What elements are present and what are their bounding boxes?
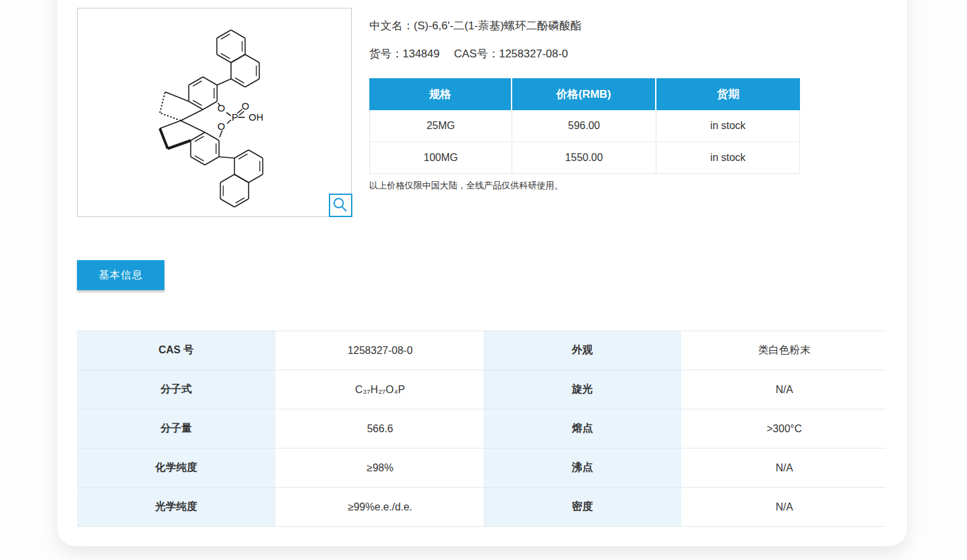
detail-value: >300°C: [683, 409, 886, 449]
atom-label-o-bottom: O: [217, 121, 225, 132]
detail-row: 分子式 C₃₇H₂₇O₄P 旋光 N/A: [77, 370, 886, 409]
detail-label: 分子式: [77, 370, 277, 409]
detail-label: 光学纯度: [77, 488, 277, 527]
price-stock-cell: in stock: [656, 142, 800, 174]
price-header-price: 价格(RMB): [512, 78, 656, 110]
detail-label: 沸点: [484, 449, 683, 488]
detail-row: 光学纯度 ≥99%e.e./d.e. 密度 N/A: [77, 488, 886, 527]
magnifier-icon: [331, 196, 350, 215]
price-header-availability: 货期: [656, 78, 800, 110]
price-header-spec: 规格: [369, 78, 512, 110]
detail-label: 分子量: [77, 409, 277, 449]
product-header: 中文名：(S)-6,6'-二(1-萘基)螺环二酚磷酸酯 货号：134849CAS…: [369, 18, 581, 61]
detail-row: CAS 号 1258327-08-0 外观 类白色粉末: [77, 331, 886, 370]
detail-value: ≥98%: [277, 449, 484, 488]
sku-label: 货号：: [369, 48, 403, 60]
cas-value: 1258327-08-0: [499, 48, 568, 60]
detail-label: 外观: [484, 331, 683, 370]
product-image-box: O O P O OH: [77, 8, 352, 217]
price-header-row: 规格 价格(RMB) 货期: [369, 78, 800, 110]
detail-value: 566.6: [277, 409, 484, 449]
atom-label-p: P: [232, 111, 238, 123]
cas-label: CAS号：: [454, 48, 499, 60]
price-row: 25MG 596.00 in stock: [369, 110, 800, 142]
details-table: CAS 号 1258327-08-0 外观 类白色粉末 分子式 C₃₇H₂₇O₄…: [77, 331, 886, 527]
price-spec-cell: 25MG: [369, 110, 512, 142]
atom-label-oh: OH: [249, 111, 264, 123]
detail-value: N/A: [683, 370, 886, 409]
detail-value: 1258327-08-0: [277, 331, 484, 370]
sku-value: 134849: [403, 48, 440, 60]
product-name-label: 中文名：: [369, 20, 414, 32]
product-id-line: 货号：134849CAS号：1258327-08-0: [369, 46, 581, 61]
tab-basic-info[interactable]: 基本信息: [77, 260, 164, 290]
atom-label-o-double: O: [241, 100, 249, 111]
price-note: 以上价格仅限中国大陆，全线产品仅供科研使用。: [369, 180, 563, 192]
detail-label: CAS 号: [77, 331, 277, 370]
price-spec-cell: 100MG: [369, 142, 512, 174]
detail-row: 化学纯度 ≥98% 沸点 N/A: [77, 449, 886, 488]
atom-label-o-top: O: [217, 102, 225, 113]
zoom-button[interactable]: [329, 194, 352, 217]
product-name: (S)-6,6'-二(1-萘基)螺环二酚磷酸酯: [414, 20, 581, 32]
detail-value: N/A: [683, 488, 886, 527]
detail-value: C₃₇H₂₇O₄P: [277, 370, 484, 409]
product-name-line: 中文名：(S)-6,6'-二(1-萘基)螺环二酚磷酸酯: [369, 18, 581, 33]
detail-label: 旋光: [484, 370, 683, 409]
detail-value: 类白色粉末: [683, 331, 886, 370]
detail-row: 分子量 566.6 熔点 >300°C: [77, 409, 886, 449]
price-row: 100MG 1550.00 in stock: [369, 142, 800, 174]
detail-value: N/A: [683, 449, 886, 488]
price-amount-cell: 1550.00: [512, 142, 656, 174]
molecule-structure-image: O O P O OH: [78, 8, 351, 216]
price-table: 规格 价格(RMB) 货期 25MG 596.00 in stock 100MG…: [369, 78, 800, 174]
price-stock-cell: in stock: [656, 110, 800, 142]
detail-label: 密度: [484, 488, 683, 527]
detail-label: 化学纯度: [77, 449, 277, 488]
detail-value: ≥99%e.e./d.e.: [277, 488, 484, 527]
price-amount-cell: 596.00: [512, 110, 656, 142]
detail-label: 熔点: [484, 409, 683, 449]
